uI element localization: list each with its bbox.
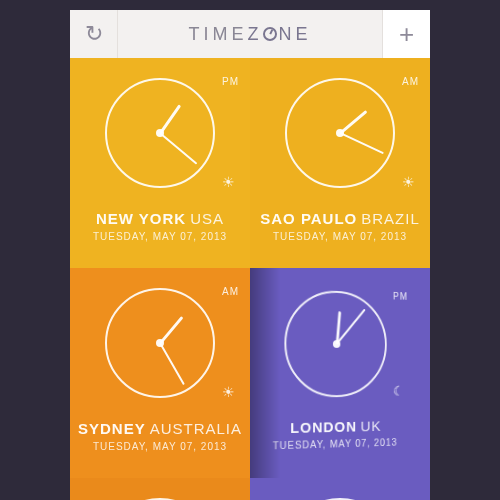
clock-pin (333, 340, 340, 348)
minute-hand (340, 132, 384, 154)
refresh-button[interactable]: ↻ (70, 10, 118, 58)
minute-hand (159, 132, 197, 164)
app-title: TIMEZNE (118, 24, 382, 45)
title-part-3: NE (278, 24, 311, 44)
date-label: TUESDAY, MAY 07, 2013 (93, 231, 227, 242)
sun-icon: ☀ (402, 174, 415, 190)
ampm-label: AM (222, 286, 239, 297)
city-name: SYDNEY (78, 420, 146, 437)
tile-labels: SYDNEYAUSTRALIA TUESDAY, MAY 07, 2013 (78, 420, 242, 452)
refresh-icon: ↻ (85, 21, 103, 47)
tile-london[interactable]: PM ☾ LONDONUK TUESDAY, MAY 07, 2013 (250, 268, 430, 478)
tile-row3-left[interactable] (70, 478, 250, 500)
date-label: TUESDAY, MAY 07, 2013 (273, 437, 398, 451)
sun-icon: ☀ (222, 384, 235, 400)
title-part-2: Z (247, 24, 262, 44)
tile-london-face: PM ☾ LONDONUK TUESDAY, MAY 07, 2013 (250, 268, 418, 478)
city-label: LONDONUK (273, 417, 398, 436)
tile-labels: SAO PAULOBRAZIL TUESDAY, MAY 07, 2013 (260, 210, 420, 242)
clock-pin (156, 129, 164, 137)
tile-row3-right[interactable] (250, 478, 430, 500)
date-label: TUESDAY, MAY 07, 2013 (260, 231, 420, 242)
country-name: USA (190, 210, 224, 227)
plus-icon: + (399, 19, 414, 50)
clock-pin (156, 339, 164, 347)
sun-icon: ☀ (222, 174, 235, 190)
city-label: NEW YORKUSA (93, 210, 227, 227)
ampm-label: PM (393, 291, 408, 302)
city-name: NEW YORK (96, 210, 186, 227)
country-name: UK (361, 418, 382, 435)
tile-sydney[interactable]: AM ☀ SYDNEYAUSTRALIA TUESDAY, MAY 07, 20… (70, 268, 250, 478)
clock-pin (336, 129, 344, 137)
tile-labels: LONDONUK TUESDAY, MAY 07, 2013 (273, 417, 398, 451)
clock-face: AM ☀ (285, 78, 395, 188)
clock-o-icon (263, 27, 277, 41)
add-button[interactable]: + (382, 10, 430, 58)
timezone-grid: PM ☀ NEW YORKUSA TUESDAY, MAY 07, 2013 A… (70, 58, 430, 500)
app-frame: ↻ TIMEZNE + PM ☀ NEW YORKUSA TUESDAY, MA… (70, 10, 430, 500)
header-bar: ↻ TIMEZNE + (70, 10, 430, 58)
country-name: BRAZIL (361, 210, 420, 227)
minute-hand (159, 343, 185, 386)
clock-face: PM ☀ (105, 78, 215, 188)
ampm-label: AM (402, 76, 419, 87)
moon-icon: ☾ (393, 383, 404, 398)
tile-labels: NEW YORKUSA TUESDAY, MAY 07, 2013 (93, 210, 227, 242)
tile-new-york[interactable]: PM ☀ NEW YORKUSA TUESDAY, MAY 07, 2013 (70, 58, 250, 268)
clock-face: AM ☀ (105, 288, 215, 398)
date-label: TUESDAY, MAY 07, 2013 (78, 441, 242, 452)
city-name: SAO PAULO (260, 210, 357, 227)
country-name: AUSTRALIA (150, 420, 242, 437)
title-part-1: TIME (188, 24, 247, 44)
tile-sao-paulo[interactable]: AM ☀ SAO PAULOBRAZIL TUESDAY, MAY 07, 20… (250, 58, 430, 268)
clock-face: PM ☾ (284, 289, 386, 398)
ampm-label: PM (222, 76, 239, 87)
city-label: SAO PAULOBRAZIL (260, 210, 420, 227)
city-name: LONDON (290, 418, 357, 436)
city-label: SYDNEYAUSTRALIA (78, 420, 242, 437)
